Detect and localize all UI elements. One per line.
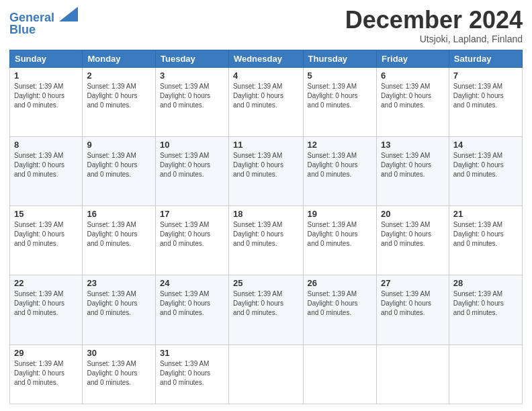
table-row: 19Sunset: 1:39 AM Daylight: 0 hours and …: [303, 206, 376, 275]
day-info: Sunset: 1:39 AM Daylight: 0 hours and 0 …: [308, 220, 372, 248]
day-info: Sunset: 1:39 AM Daylight: 0 hours and 0 …: [381, 82, 445, 110]
table-row: 13Sunset: 1:39 AM Daylight: 0 hours and …: [377, 136, 449, 205]
day-number: 23: [87, 278, 151, 288]
col-wednesday: Wednesday: [228, 50, 303, 67]
day-info: Sunset: 1:39 AM Daylight: 0 hours and 0 …: [87, 289, 151, 318]
calendar-header-row: Sunday Monday Tuesday Wednesday Thursday…: [10, 50, 523, 67]
day-info: Sunset: 1:39 AM Daylight: 0 hours and 0 …: [381, 289, 445, 318]
table-row: 9Sunset: 1:39 AM Daylight: 0 hours and 0…: [83, 136, 156, 205]
table-row: 11Sunset: 1:39 AM Daylight: 0 hours and …: [228, 136, 303, 205]
day-number: 2: [87, 71, 151, 81]
day-info: Sunset: 1:39 AM Daylight: 0 hours and 0 …: [233, 82, 299, 110]
day-info: Sunset: 1:39 AM Daylight: 0 hours and 0 …: [381, 220, 445, 248]
table-row: 3Sunset: 1:39 AM Daylight: 0 hours and 0…: [156, 67, 229, 136]
day-number: 21: [453, 209, 518, 219]
table-row: 24Sunset: 1:39 AM Daylight: 0 hours and …: [156, 275, 229, 345]
table-row: 7Sunset: 1:39 AM Daylight: 0 hours and 0…: [449, 67, 522, 136]
day-number: 30: [87, 348, 151, 358]
table-row: 28Sunset: 1:39 AM Daylight: 0 hours and …: [449, 275, 522, 345]
day-number: 17: [160, 209, 224, 219]
table-row: 22Sunset: 1:39 AM Daylight: 0 hours and …: [10, 275, 83, 345]
table-row: [228, 345, 303, 404]
title-block: December 2024 Utsjoki, Lapland, Finland: [345, 7, 523, 44]
day-number: 9: [87, 140, 151, 150]
table-row: 2Sunset: 1:39 AM Daylight: 0 hours and 0…: [83, 67, 156, 136]
day-number: 29: [14, 348, 78, 358]
day-info: Sunset: 1:39 AM Daylight: 0 hours and 0 …: [87, 82, 151, 110]
day-info: Sunset: 1:39 AM Daylight: 0 hours and 0 …: [14, 289, 78, 318]
table-row: 14Sunset: 1:39 AM Daylight: 0 hours and …: [449, 136, 522, 205]
day-info: Sunset: 1:39 AM Daylight: 0 hours and 0 …: [14, 359, 78, 387]
day-number: 16: [87, 209, 151, 219]
calendar-table: Sunday Monday Tuesday Wednesday Thursday…: [9, 50, 523, 404]
day-number: 11: [233, 140, 299, 150]
day-info: Sunset: 1:39 AM Daylight: 0 hours and 0 …: [453, 289, 518, 318]
col-saturday: Saturday: [449, 50, 522, 67]
table-row: 25Sunset: 1:39 AM Daylight: 0 hours and …: [228, 275, 303, 345]
day-number: 6: [381, 71, 445, 81]
table-row: 18Sunset: 1:39 AM Daylight: 0 hours and …: [228, 206, 303, 275]
day-number: 19: [308, 209, 372, 219]
day-number: 10: [160, 140, 224, 150]
day-info: Sunset: 1:39 AM Daylight: 0 hours and 0 …: [233, 151, 299, 179]
day-number: 8: [14, 140, 78, 150]
table-row: 21Sunset: 1:39 AM Daylight: 0 hours and …: [449, 206, 522, 275]
day-number: 28: [453, 278, 518, 288]
day-info: Sunset: 1:39 AM Daylight: 0 hours and 0 …: [14, 82, 78, 110]
day-info: Sunset: 1:39 AM Daylight: 0 hours and 0 …: [453, 82, 518, 110]
table-row: 6Sunset: 1:39 AM Daylight: 0 hours and 0…: [377, 67, 449, 136]
day-number: 20: [381, 209, 445, 219]
logo: General Blue: [9, 9, 78, 37]
day-info: Sunset: 1:39 AM Daylight: 0 hours and 0 …: [87, 359, 151, 387]
day-info: Sunset: 1:39 AM Daylight: 0 hours and 0 …: [87, 220, 151, 248]
table-row: 16Sunset: 1:39 AM Daylight: 0 hours and …: [83, 206, 156, 275]
day-info: Sunset: 1:39 AM Daylight: 0 hours and 0 …: [160, 151, 224, 179]
col-tuesday: Tuesday: [156, 50, 229, 67]
day-info: Sunset: 1:39 AM Daylight: 0 hours and 0 …: [160, 359, 224, 387]
day-number: 27: [381, 278, 445, 288]
header: General Blue December 2024 Utsjoki, Lapl…: [9, 7, 523, 44]
table-row: 4Sunset: 1:39 AM Daylight: 0 hours and 0…: [228, 67, 303, 136]
day-info: Sunset: 1:39 AM Daylight: 0 hours and 0 …: [233, 289, 299, 318]
col-sunday: Sunday: [10, 50, 83, 67]
table-row: 1Sunset: 1:39 AM Daylight: 0 hours and 0…: [10, 67, 83, 136]
table-row: 5Sunset: 1:39 AM Daylight: 0 hours and 0…: [303, 67, 376, 136]
day-info: Sunset: 1:39 AM Daylight: 0 hours and 0 …: [160, 220, 224, 248]
table-row: 26Sunset: 1:39 AM Daylight: 0 hours and …: [303, 275, 376, 345]
day-info: Sunset: 1:39 AM Daylight: 0 hours and 0 …: [87, 151, 151, 179]
table-row: [377, 345, 449, 404]
day-number: 22: [14, 278, 78, 288]
col-friday: Friday: [377, 50, 449, 67]
col-thursday: Thursday: [303, 50, 376, 67]
day-number: 24: [160, 278, 224, 288]
table-row: 23Sunset: 1:39 AM Daylight: 0 hours and …: [83, 275, 156, 345]
table-row: 29Sunset: 1:39 AM Daylight: 0 hours and …: [10, 345, 83, 404]
day-info: Sunset: 1:39 AM Daylight: 0 hours and 0 …: [453, 151, 518, 179]
col-monday: Monday: [83, 50, 156, 67]
day-number: 13: [381, 140, 445, 150]
table-row: 27Sunset: 1:39 AM Daylight: 0 hours and …: [377, 275, 449, 345]
day-info: Sunset: 1:39 AM Daylight: 0 hours and 0 …: [14, 220, 78, 248]
day-number: 15: [14, 209, 78, 219]
day-number: 4: [233, 71, 299, 81]
day-number: 1: [14, 71, 78, 81]
table-row: 15Sunset: 1:39 AM Daylight: 0 hours and …: [10, 206, 83, 275]
table-row: 30Sunset: 1:39 AM Daylight: 0 hours and …: [83, 345, 156, 404]
day-number: 25: [233, 278, 299, 288]
day-info: Sunset: 1:39 AM Daylight: 0 hours and 0 …: [14, 151, 78, 179]
table-row: 12Sunset: 1:39 AM Daylight: 0 hours and …: [303, 136, 376, 205]
table-row: 17Sunset: 1:39 AM Daylight: 0 hours and …: [156, 206, 229, 275]
day-info: Sunset: 1:39 AM Daylight: 0 hours and 0 …: [308, 289, 372, 318]
svg-marker-0: [59, 7, 78, 21]
day-number: 31: [160, 348, 224, 358]
day-number: 3: [160, 71, 224, 81]
table-row: 10Sunset: 1:39 AM Daylight: 0 hours and …: [156, 136, 229, 205]
table-row: [303, 345, 376, 404]
logo-blue: Blue: [9, 24, 78, 37]
day-info: Sunset: 1:39 AM Daylight: 0 hours and 0 …: [381, 151, 445, 179]
logo-icon: [59, 7, 78, 21]
day-number: 14: [453, 140, 518, 150]
day-info: Sunset: 1:39 AM Daylight: 0 hours and 0 …: [160, 289, 224, 318]
logo-general: General: [9, 11, 54, 24]
day-number: 18: [233, 209, 299, 219]
